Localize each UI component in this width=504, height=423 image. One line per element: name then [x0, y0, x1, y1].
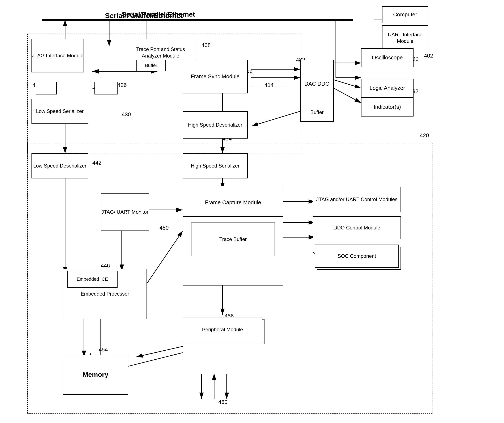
label-402: 402: [424, 53, 433, 59]
uart-module-box: UART Interface Module: [382, 25, 428, 50]
svg-line-15: [334, 88, 361, 103]
peripheral-module-box: Peripheral Module: [183, 317, 262, 342]
high-speed-ser-box: High Speed Serializer: [183, 153, 248, 178]
svg-line-14: [334, 80, 361, 88]
frame-capture-box: Frame Capture Module: [183, 186, 283, 219]
serial-bus-text: Serial/Parallel/Ethernet: [105, 12, 183, 20]
jtag-uart-control-box: JTAG and/or UART Control Modules: [313, 187, 401, 212]
jtag-uart-monitor-box: JTAG/ UART Monitor: [101, 193, 149, 231]
dac-ddo-box: DAC DDO: [300, 60, 334, 108]
low-speed-deser-box: Low Speed Deserializer: [31, 153, 88, 178]
soc-component-box: SOC Component: [315, 245, 399, 268]
trace-buffer-box: Trace Buffer: [191, 223, 275, 256]
indicators-box: Indicator(s): [361, 98, 414, 116]
diagram: Serial/Parallel/Ethernet 120 400 402 404…: [0, 0, 504, 423]
embedded-ice-box: Embedded ICE: [67, 271, 118, 288]
upper-dashed-region: [27, 34, 302, 153]
oscilloscope-box: Oscilloscope: [361, 48, 414, 67]
buffer-right-box: Buffer: [300, 103, 334, 122]
memory-box: Memory: [63, 355, 128, 395]
label-420: 420: [420, 132, 429, 139]
logic-analyzer-box: Logic Analyzer: [361, 79, 414, 98]
computer-box: Computer: [382, 6, 428, 23]
ddo-control-box: DDO Control Module: [313, 216, 401, 239]
